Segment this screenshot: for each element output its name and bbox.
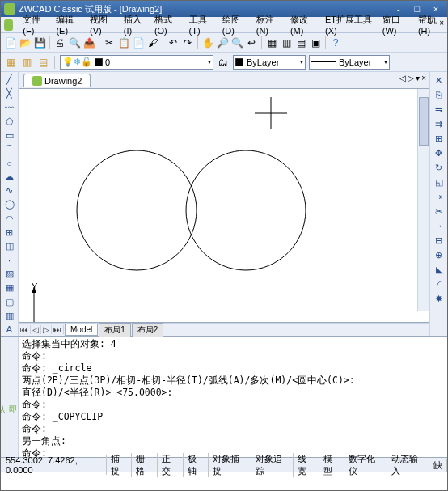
join-icon[interactable]: ⊕: [433, 248, 446, 261]
drawing-canvas[interactable]: X Y: [19, 88, 429, 323]
default-toggle[interactable]: 缺: [429, 459, 447, 472]
dyn-toggle[interactable]: 动态输入: [387, 453, 429, 477]
menu-file[interactable]: 文件(F): [18, 12, 51, 37]
rectangle-icon[interactable]: ▭: [3, 129, 16, 142]
extend-icon[interactable]: →: [433, 219, 446, 232]
layerprev-icon[interactable]: ▥: [20, 56, 33, 69]
tab-last-icon[interactable]: ⏭: [52, 325, 64, 334]
gradient-icon[interactable]: ▦: [3, 281, 16, 294]
layermgr-icon[interactable]: ▤: [36, 56, 49, 69]
scroll-thumb[interactable]: [419, 97, 429, 146]
coords-readout[interactable]: 554.3002, 7.4262, 0.0000: [1, 455, 107, 475]
snap-toggle[interactable]: 捕捉: [107, 453, 133, 477]
ellipse-icon[interactable]: ◯: [3, 198, 16, 210]
doc-tab-drawing2[interactable]: Drawing2: [23, 74, 91, 87]
erase-icon[interactable]: ✕: [433, 74, 446, 87]
linetype-dropdown[interactable]: ByLayer ▾: [309, 55, 390, 70]
open-icon[interactable]: 📂: [19, 36, 32, 49]
line-icon[interactable]: ╱: [3, 74, 16, 86]
tablet-toggle[interactable]: 数字化仪: [344, 453, 387, 477]
lwt-toggle[interactable]: 线宽: [294, 453, 319, 477]
rotate-icon[interactable]: ↻: [433, 161, 446, 174]
tab-list-icon[interactable]: ▾: [416, 74, 420, 83]
redo-icon[interactable]: ↷: [181, 36, 194, 49]
polygon-icon[interactable]: ⬠: [3, 115, 16, 127]
copy-icon[interactable]: 📋: [117, 36, 130, 49]
insert-icon[interactable]: ⊞: [3, 226, 16, 239]
arc-icon[interactable]: ⌒: [3, 143, 16, 155]
chamfer-icon[interactable]: ◣: [433, 263, 446, 276]
block-icon[interactable]: ◫: [3, 240, 16, 252]
xline-icon[interactable]: ╳: [3, 87, 16, 99]
zoomrt-icon[interactable]: 🔎: [216, 36, 229, 49]
layerstate-icon[interactable]: 🗂: [217, 56, 230, 69]
hatch-icon[interactable]: ▨: [3, 268, 16, 280]
polar-toggle[interactable]: 极轴: [184, 453, 209, 477]
layout1-tab[interactable]: 布局1: [99, 323, 131, 337]
cut-icon[interactable]: ✂: [103, 36, 116, 49]
help-icon[interactable]: ?: [329, 36, 342, 49]
region-icon[interactable]: ▢: [3, 296, 16, 308]
properties-icon[interactable]: ▦: [265, 36, 278, 49]
mirror-icon[interactable]: ⇋: [433, 103, 446, 116]
layout2-tab[interactable]: 布局2: [132, 323, 164, 337]
tab-next-icon[interactable]: ▷: [41, 325, 52, 334]
zoomprev-icon[interactable]: ↩: [245, 36, 258, 49]
table-icon[interactable]: ▥: [3, 310, 16, 322]
pan-icon[interactable]: ✋: [201, 36, 214, 49]
spline-icon[interactable]: ∿: [3, 184, 16, 197]
tab-prev-icon[interactable]: ◁: [31, 325, 41, 334]
tab-first-icon[interactable]: ⏮: [19, 325, 31, 334]
layer-dropdown[interactable]: 💡 ❄ 🔓 0 ▾: [60, 55, 213, 70]
publish-icon[interactable]: 📤: [82, 36, 95, 49]
offset-icon[interactable]: ⇉: [433, 117, 446, 130]
ellipsearc-icon[interactable]: ◠: [3, 213, 16, 225]
pline-icon[interactable]: 〰: [3, 101, 16, 113]
zoomwin-icon[interactable]: 🔍: [230, 36, 243, 49]
revcloud-icon[interactable]: ☁: [3, 171, 16, 183]
text-icon[interactable]: A: [3, 324, 16, 336]
point-icon[interactable]: ·: [3, 254, 16, 266]
tab-prev-icon[interactable]: ◁: [399, 74, 406, 83]
menu-etext[interactable]: ET扩展工具(X): [320, 12, 378, 37]
copy-icon[interactable]: ⎘: [433, 88, 446, 101]
vertical-scrollbar[interactable]: [417, 89, 429, 311]
menu-window[interactable]: 窗口(W): [378, 12, 413, 37]
fillet-icon[interactable]: ◜: [433, 277, 446, 290]
otrack-toggle[interactable]: 对象追踪: [251, 453, 294, 477]
save-icon[interactable]: 💾: [33, 36, 46, 49]
stretch-icon[interactable]: ⇥: [433, 190, 446, 203]
color-dropdown[interactable]: ByLayer ▾: [233, 55, 306, 70]
break-icon[interactable]: ⊟: [433, 234, 446, 247]
tab-next-icon[interactable]: ▷: [408, 74, 414, 83]
menu-draw[interactable]: 绘图(D): [218, 12, 251, 37]
circle-icon[interactable]: ○: [3, 157, 16, 169]
trim-icon[interactable]: ✂: [433, 205, 446, 218]
model-toggle[interactable]: 模型: [319, 453, 345, 477]
array-icon[interactable]: ⊞: [433, 132, 446, 145]
menu-view[interactable]: 视图(V): [85, 12, 119, 37]
ortho-toggle[interactable]: 正交: [158, 453, 184, 477]
grid-toggle[interactable]: 栅格: [132, 453, 158, 477]
paste-icon[interactable]: 📄: [132, 36, 145, 49]
print-icon[interactable]: 🖨: [53, 36, 66, 49]
move-icon[interactable]: ✥: [433, 146, 446, 159]
explode-icon[interactable]: ✸: [433, 292, 446, 305]
scale-icon[interactable]: ◱: [433, 176, 446, 188]
command-window[interactable]: 即从使 选择集当中的对象: 4 命令: 命令: _circle 两点(2P)/三…: [1, 336, 447, 457]
menu-edit[interactable]: 编辑(E): [51, 12, 85, 37]
calc-icon[interactable]: ▣: [309, 36, 322, 49]
model-tab[interactable]: Model: [65, 324, 98, 336]
menu-tools[interactable]: 工具(T): [184, 12, 218, 37]
undo-icon[interactable]: ↶: [167, 36, 180, 49]
menu-insert[interactable]: 插入(I): [119, 12, 150, 37]
tab-close-icon[interactable]: ×: [421, 74, 426, 83]
layeriso-icon[interactable]: ▦: [4, 56, 17, 69]
osnap-toggle[interactable]: 对象捕捉: [209, 453, 251, 477]
toolpalette-icon[interactable]: ▤: [294, 36, 307, 49]
preview-icon[interactable]: 🔍: [68, 36, 81, 49]
matchprop-icon[interactable]: 🖌: [146, 36, 159, 49]
new-icon[interactable]: 📄: [4, 36, 17, 49]
menu-modify[interactable]: 修改(M): [285, 12, 320, 37]
menu-dim[interactable]: 标注(N): [251, 12, 285, 37]
